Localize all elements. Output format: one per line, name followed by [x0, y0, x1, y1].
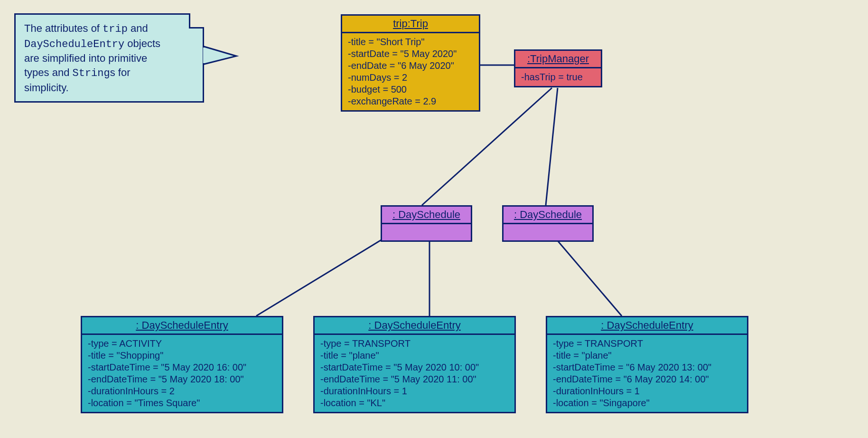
dayschedule-2-title: : DaySchedule [504, 207, 592, 224]
entry-2-title: : DayScheduleEntry [315, 317, 514, 335]
note-line-3: are simplified into primitive [24, 51, 194, 66]
entry-box-1: : DayScheduleEntry -type = ACTIVITY -tit… [81, 316, 283, 413]
entry-1-title: : DayScheduleEntry [82, 317, 282, 335]
entry-attr: -location = "Times Square" [88, 397, 276, 409]
trip-attr: -budget = 500 [348, 84, 473, 95]
trip-attr: -startDate = "5 May 2020" [348, 48, 473, 60]
entry-attr: -endDateTime = "6 May 2020 14: 00" [553, 373, 741, 385]
entry-attr: -title = "plane" [320, 350, 509, 362]
entry-3-title: : DayScheduleEntry [547, 317, 747, 335]
trip-title: trip:Trip [342, 16, 479, 33]
tripmanager-title: :TripManager [515, 51, 601, 68]
entry-attr: -startDateTime = "5 May 2020 16: 00" [88, 362, 276, 373]
trip-attr: -numDays = 2 [348, 72, 473, 84]
entry-attr: -title = "Shopping" [88, 350, 276, 362]
trip-attr: -title = "Short Trip" [348, 36, 473, 48]
entry-attr: -location = "KL" [320, 397, 509, 409]
entry-attr: -durationInHours = 1 [320, 385, 509, 397]
entry-2-body: -type = TRANSPORT -title = "plane" -star… [315, 335, 514, 412]
entry-box-2: : DayScheduleEntry -type = TRANSPORT -ti… [313, 316, 516, 413]
entry-attr: -type = ACTIVITY [88, 338, 276, 350]
entry-attr: -type = TRANSPORT [320, 338, 509, 350]
trip-box: trip:Trip -title = "Short Trip" -startDa… [341, 14, 480, 112]
svg-line-2 [546, 88, 558, 205]
note-line-1: The attributes of trip and [24, 21, 194, 37]
entry-attr: -endDateTime = "5 May 2020 18: 00" [88, 373, 276, 385]
entry-attr: -durationInHours = 2 [88, 385, 276, 397]
note-line-5: simplicity. [24, 81, 194, 95]
tripmanager-body: -hasTrip = true [515, 68, 601, 86]
dayschedule-1-title: : DaySchedule [382, 207, 471, 224]
dayschedule-box-2: : DaySchedule [502, 205, 594, 242]
entry-attr: -location = "Singapore" [553, 397, 741, 409]
entry-attr: -startDateTime = "5 May 2020 10: 00" [320, 362, 509, 373]
entry-box-3: : DayScheduleEntry -type = TRANSPORT -ti… [546, 316, 748, 413]
entry-attr: -type = TRANSPORT [553, 338, 741, 350]
trip-body: -title = "Short Trip" -startDate = "5 Ma… [342, 33, 479, 110]
dayschedule-1-body [382, 224, 471, 240]
entry-attr: -endDateTime = "5 May 2020 11: 00" [320, 373, 509, 385]
note-tail [203, 43, 241, 71]
note-line-4: types and Strings for [24, 66, 194, 81]
entry-attr: -startDateTime = "6 May 2020 13: 00" [553, 362, 741, 373]
entry-3-body: -type = TRANSPORT -title = "plane" -star… [547, 335, 747, 412]
trip-attr: -exchangeRate = 2.9 [348, 95, 473, 107]
entry-attr: -title = "plane" [553, 350, 741, 362]
svg-line-5 [555, 238, 622, 316]
tripmanager-attr: -hasTrip = true [521, 71, 595, 83]
trip-attr: -endDate = "6 May 2020" [348, 60, 473, 72]
dayschedule-box-1: : DaySchedule [381, 205, 472, 242]
entry-1-body: -type = ACTIVITY -title = "Shopping" -st… [82, 335, 282, 412]
note-box: The attributes of trip and DayScheduleEn… [14, 13, 204, 103]
svg-marker-6 [204, 47, 236, 64]
tripmanager-box: :TripManager -hasTrip = true [514, 49, 602, 87]
entry-attr: -durationInHours = 1 [553, 385, 741, 397]
svg-line-3 [256, 238, 384, 316]
dayschedule-2-body [504, 224, 592, 240]
note-line-2: DayScheduleEntry objects [24, 37, 194, 52]
